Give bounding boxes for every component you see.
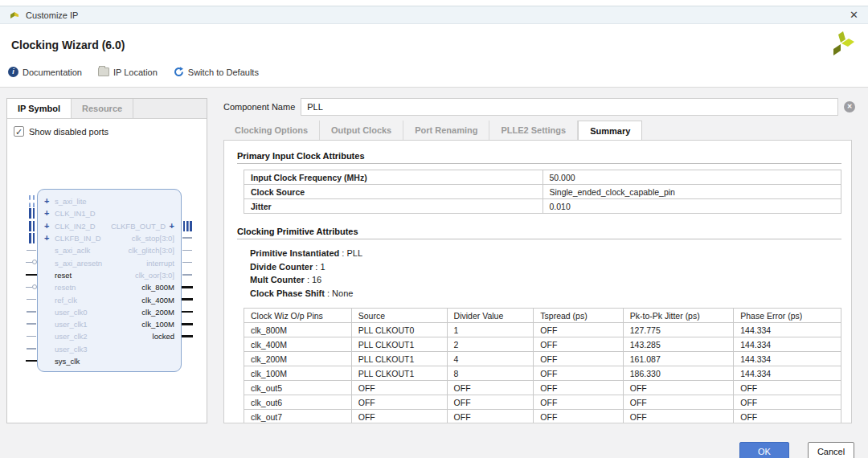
window-title: Customize IP bbox=[26, 10, 78, 20]
port-connector-icon bbox=[26, 293, 37, 305]
ip-port-row: s_axi_lite bbox=[38, 195, 181, 207]
port-label: CLKFB_OUT_D bbox=[111, 222, 166, 231]
ip-port-row: s_axi_aresetn interrupt bbox=[38, 256, 181, 268]
port-label: locked bbox=[153, 332, 174, 341]
primary-attributes-table: Input Clock Frequency (MHz) 50.000 Clock… bbox=[244, 170, 841, 214]
refresh-icon bbox=[174, 67, 184, 77]
settings-tab[interactable]: Clocking Options bbox=[223, 121, 320, 140]
attribute-value-cell: 50.000 bbox=[542, 170, 841, 185]
port-connector-icon bbox=[182, 318, 193, 330]
settings-tab[interactable]: Summary bbox=[578, 121, 642, 141]
xilinx-mini-icon bbox=[10, 10, 19, 20]
ok-button[interactable]: OK bbox=[739, 442, 789, 458]
primitive-attributes-list: Primitive Instantiated : PLL Divide Coun… bbox=[250, 247, 841, 300]
documentation-button[interactable]: Documentation bbox=[8, 67, 82, 77]
table-row: clk_out7 OFF OFF OFF OFF OFF bbox=[244, 410, 841, 424]
ip-port-row: user_clk3 bbox=[38, 343, 181, 355]
port-label: clk_oor[3:0] bbox=[135, 271, 174, 280]
port-connector-icon bbox=[26, 269, 37, 281]
attribute-value-cell: Single_ended_clock_capable_pin bbox=[542, 185, 841, 199]
show-disabled-ports-checkbox[interactable] bbox=[14, 126, 24, 137]
port-connector-icon bbox=[182, 220, 193, 232]
port-connector-icon bbox=[182, 232, 193, 244]
port-label: clk_200M bbox=[141, 308, 174, 317]
expand-plus-icon bbox=[166, 222, 174, 231]
dialog-footer: OK Cancel bbox=[739, 442, 854, 458]
table-header-row: Clock Wiz O/p PinsSourceDivider ValueTsp… bbox=[244, 309, 841, 323]
component-name-label: Component Name bbox=[223, 102, 295, 112]
port-label: CLKFB_IN_D bbox=[55, 234, 101, 243]
folder-icon bbox=[98, 67, 109, 76]
port-label: user_clk2 bbox=[55, 332, 88, 341]
ip-port-row: reset clk_oor[3:0] bbox=[38, 269, 181, 281]
port-label: user_clk1 bbox=[55, 320, 88, 329]
settings-tab[interactable]: PLLE2 Settings bbox=[489, 121, 578, 140]
port-label: s_axi_aresetn bbox=[55, 259, 102, 268]
port-connector-icon bbox=[182, 306, 193, 318]
port-connector-icon bbox=[182, 343, 193, 355]
port-connector-icon bbox=[182, 355, 193, 367]
ip-port-row: CLK_IN2_D CLKFB_OUT_D bbox=[38, 220, 181, 232]
port-connector-icon bbox=[182, 256, 193, 268]
port-connector-icon bbox=[26, 318, 37, 330]
settings-tab[interactable]: Output Clocks bbox=[320, 121, 403, 140]
xilinx-logo bbox=[826, 29, 855, 58]
port-connector-icon bbox=[26, 195, 37, 207]
show-disabled-ports-row: Show disabled ports bbox=[14, 126, 207, 137]
clock-output-table: Clock Wiz O/p PinsSourceDivider ValueTsp… bbox=[244, 308, 841, 423]
primary-attributes-heading: Primary Input Clock Attributes bbox=[237, 151, 841, 161]
port-connector-icon bbox=[182, 195, 193, 207]
table-row: Jitter 0.010 bbox=[244, 199, 841, 214]
port-connector-icon bbox=[26, 232, 37, 244]
attribute-label-cell: Clock Source bbox=[244, 185, 543, 199]
port-connector-icon bbox=[26, 256, 37, 268]
port-connector-icon bbox=[26, 343, 37, 355]
port-label: user_clk0 bbox=[55, 308, 88, 317]
column-header: Source bbox=[351, 309, 447, 323]
settings-tab[interactable]: Port Renaming bbox=[403, 121, 489, 140]
port-connector-icon bbox=[182, 281, 193, 293]
port-label: sys_clk bbox=[55, 357, 80, 366]
expand-plus-icon bbox=[44, 222, 55, 231]
ip-symbol-block: s_axi_lite CLK_IN1_D bbox=[37, 189, 182, 372]
port-label: s_axi_aclk bbox=[55, 246, 90, 255]
port-connector-icon bbox=[182, 269, 193, 281]
port-label: clk_800M bbox=[141, 283, 174, 292]
table-row: clk_out5 OFF OFF OFF OFF OFF bbox=[244, 381, 841, 395]
settings-tabbar: Clocking Options Output Clocks Port Rena… bbox=[223, 121, 852, 141]
column-header: Tspread (ps) bbox=[534, 309, 623, 323]
close-icon[interactable]: ✕ bbox=[850, 10, 858, 20]
left-panel-tab[interactable]: IP Symbol bbox=[7, 99, 72, 118]
table-row: clk_400M PLL CLKOUT1 2 OFF 143.285 144.3… bbox=[244, 337, 841, 352]
ip-symbol-panel: IP Symbol Resource Show disabled ports s… bbox=[6, 98, 207, 423]
component-name-input[interactable] bbox=[301, 98, 838, 116]
ip-port-row: ref_clk clk_400M bbox=[38, 293, 181, 305]
switch-to-defaults-button[interactable]: Switch to Defaults bbox=[174, 67, 259, 77]
port-connector-icon bbox=[26, 281, 37, 293]
table-row: clk_100M PLL CLKOUT1 8 OFF 186.330 144.3… bbox=[244, 366, 841, 381]
table-row: clk_200M PLL CLKOUT1 4 OFF 161.087 144.3… bbox=[244, 352, 841, 366]
ip-port-row: user_clk0 clk_200M bbox=[38, 306, 181, 318]
port-label: reset bbox=[55, 271, 72, 280]
port-label: clk_100M bbox=[141, 320, 174, 329]
expand-plus-icon bbox=[44, 234, 55, 243]
attribute-value-cell: 0.010 bbox=[542, 199, 841, 214]
show-disabled-ports-label: Show disabled ports bbox=[29, 127, 108, 137]
column-header: Clock Wiz O/p Pins bbox=[244, 309, 352, 323]
primitive-attribute: Clock Phase Shift : None bbox=[250, 287, 841, 301]
left-panel-tabs: IP Symbol Resource bbox=[7, 99, 207, 119]
port-connector-icon bbox=[182, 293, 193, 305]
cancel-button[interactable]: Cancel bbox=[808, 442, 854, 458]
section-rule bbox=[237, 239, 841, 239]
port-connector-icon bbox=[26, 207, 37, 219]
clear-icon[interactable] bbox=[844, 101, 855, 112]
port-connector-icon bbox=[182, 244, 193, 256]
port-connector-icon bbox=[26, 306, 37, 318]
primitive-attribute: Primitive Instantiated : PLL bbox=[250, 247, 841, 260]
table-row: Input Clock Frequency (MHz) 50.000 bbox=[244, 170, 841, 185]
column-header: Divider Value bbox=[447, 309, 534, 323]
primitive-attributes-heading: Clocking Primitive Attributes bbox=[237, 227, 841, 236]
left-panel-tab[interactable]: Resource bbox=[72, 99, 133, 118]
port-label: clk_glitch[3:0] bbox=[128, 246, 174, 255]
ip-location-button[interactable]: IP Location bbox=[98, 67, 158, 77]
